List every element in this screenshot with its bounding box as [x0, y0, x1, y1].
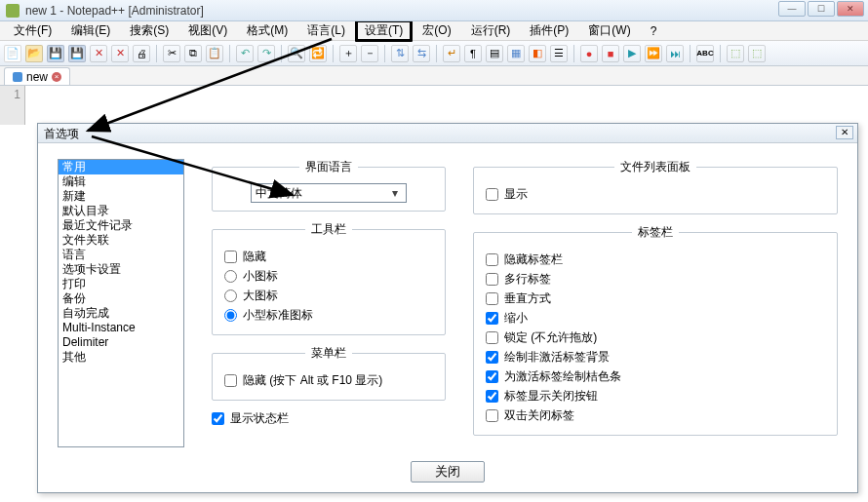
- list-item[interactable]: 自动完成: [59, 306, 183, 321]
- print-icon[interactable]: 🖨: [133, 45, 150, 62]
- menu-window[interactable]: 窗口(W): [578, 20, 640, 41]
- filelist-panel-legend: 文件列表面板: [614, 159, 696, 175]
- menu-edit[interactable]: 编辑(E): [61, 20, 120, 41]
- save-icon[interactable]: 💾: [47, 45, 64, 62]
- sync-h-icon[interactable]: ⇆: [413, 45, 430, 62]
- toolbar-hide-checkbox[interactable]: [224, 251, 237, 263]
- menu-format[interactable]: 格式(M): [237, 20, 297, 41]
- replace-icon[interactable]: 🔁: [309, 45, 327, 62]
- menu-language[interactable]: 语言(L): [297, 20, 355, 41]
- list-item[interactable]: 常用: [59, 160, 183, 174]
- toolbar-standard-radio[interactable]: [224, 309, 237, 322]
- list-item[interactable]: 新建: [59, 189, 183, 204]
- list-item[interactable]: 打印: [59, 277, 183, 291]
- list-item[interactable]: 语言: [59, 248, 183, 262]
- minimize-button[interactable]: —: [778, 1, 806, 17]
- copy-icon[interactable]: ⧉: [184, 45, 202, 62]
- window-title: new 1 - Notepad++ [Administrator]: [25, 4, 204, 18]
- wordwrap-icon[interactable]: ↵: [443, 45, 460, 62]
- tabbar-orange-bar-label: 为激活标签绘制桔色条: [504, 368, 621, 385]
- menu-view[interactable]: 视图(V): [178, 20, 237, 41]
- show-statusbar-checkbox[interactable]: [212, 412, 224, 425]
- indent-guide-icon[interactable]: ▤: [486, 45, 503, 62]
- tabbar-close-btn-checkbox[interactable]: [486, 390, 498, 403]
- ui-language-combo[interactable]: 中文简体 ▾: [251, 183, 407, 203]
- document-tabbar: new ×: [0, 66, 868, 86]
- maximize-button[interactable]: ☐: [808, 1, 835, 17]
- zoom-in-icon[interactable]: ＋: [339, 45, 357, 62]
- tabbar-inactive-bg-label: 绘制非激活标签背景: [504, 349, 610, 366]
- list-item[interactable]: 选项卡设置: [59, 262, 183, 277]
- tabbar-lock-checkbox[interactable]: [486, 331, 498, 344]
- dialog-titlebar: 首选项 ✕: [38, 124, 857, 143]
- undo-icon[interactable]: ↶: [236, 45, 254, 62]
- show-all-chars-icon[interactable]: ¶: [464, 45, 482, 62]
- record-macro-icon[interactable]: ●: [580, 45, 598, 62]
- tabbar-shrink-checkbox[interactable]: [486, 312, 498, 325]
- cut-icon[interactable]: ✂: [163, 45, 180, 62]
- menu-settings[interactable]: 设置(T): [355, 19, 413, 42]
- redo-icon[interactable]: ↷: [257, 45, 275, 62]
- show-statusbar-label: 显示状态栏: [230, 410, 289, 427]
- menu-search[interactable]: 搜索(S): [120, 20, 178, 41]
- zoom-out-icon[interactable]: －: [361, 45, 378, 62]
- toolbar-legend: 工具栏: [305, 221, 352, 238]
- list-item[interactable]: 默认目录: [59, 204, 183, 218]
- line-number-gutter: 1: [0, 86, 25, 125]
- sync-v-icon[interactable]: ⇅: [391, 45, 409, 62]
- tabbar-orange-bar-checkbox[interactable]: [486, 370, 498, 383]
- list-item[interactable]: 编辑: [59, 174, 183, 189]
- preferences-category-list[interactable]: 常用 编辑 新建 默认目录 最近文件记录 文件关联 语言 选项卡设置 打印 备份…: [58, 159, 184, 447]
- new-file-icon[interactable]: 📄: [4, 45, 21, 62]
- ui-language-value: 中文简体: [256, 185, 302, 202]
- stop-macro-icon[interactable]: ■: [602, 45, 619, 62]
- spellcheck-icon[interactable]: ABC: [696, 45, 714, 62]
- menu-help[interactable]: ?: [641, 22, 667, 40]
- func-list-icon[interactable]: ☰: [550, 45, 568, 62]
- plugin2-icon[interactable]: ⬚: [748, 45, 766, 62]
- list-item[interactable]: 最近文件记录: [59, 218, 183, 233]
- menu-file[interactable]: 文件(F): [4, 20, 61, 41]
- list-item[interactable]: Delimiter: [59, 335, 183, 350]
- save-all-icon[interactable]: 💾: [68, 45, 86, 62]
- menu-plugins[interactable]: 插件(P): [520, 20, 578, 41]
- menubar-hide-label: 隐藏 (按下 Alt 或 F10 显示): [243, 372, 382, 389]
- menu-run[interactable]: 运行(R): [461, 20, 521, 41]
- dialog-close-button[interactable]: ✕: [836, 126, 853, 139]
- tabbar-hide-checkbox[interactable]: [486, 253, 498, 266]
- save-macro-icon[interactable]: ⏭: [666, 45, 684, 62]
- close-all-icon[interactable]: ✕: [111, 45, 129, 62]
- tabbar-multiline-checkbox[interactable]: [486, 273, 498, 286]
- toolbar-group: 工具栏 隐藏 小图标 大图标 小型标准图标: [212, 221, 446, 335]
- toolbar-large-radio[interactable]: [224, 290, 237, 302]
- filelist-show-checkbox[interactable]: [486, 188, 498, 201]
- play-multi-icon[interactable]: ⏩: [645, 45, 662, 62]
- play-macro-icon[interactable]: ▶: [623, 45, 641, 62]
- list-item[interactable]: 备份: [59, 291, 183, 306]
- toolbar-standard-label: 小型标准图标: [243, 307, 313, 324]
- list-item[interactable]: 其他: [59, 350, 183, 365]
- document-tab[interactable]: new ×: [4, 67, 70, 85]
- plugin1-icon[interactable]: ⬚: [727, 45, 744, 62]
- userlang-icon[interactable]: ▦: [507, 45, 525, 62]
- chevron-down-icon: ▾: [388, 186, 402, 200]
- list-item[interactable]: 文件关联: [59, 233, 183, 248]
- close-button[interactable]: 关闭: [411, 461, 485, 483]
- find-icon[interactable]: 🔍: [288, 45, 305, 62]
- close-window-button[interactable]: ✕: [837, 1, 864, 17]
- close-file-icon[interactable]: ✕: [90, 45, 107, 62]
- toolbar-large-label: 大图标: [243, 288, 278, 304]
- menubar-hide-checkbox[interactable]: [224, 374, 237, 387]
- tabbar-vertical-checkbox[interactable]: [486, 292, 498, 305]
- open-file-icon[interactable]: 📂: [25, 45, 43, 62]
- paste-icon[interactable]: 📋: [206, 45, 223, 62]
- list-item[interactable]: Multi-Instance: [59, 321, 183, 335]
- tab-close-icon[interactable]: ×: [52, 72, 61, 82]
- tabbar-dblclick-checkbox[interactable]: [486, 409, 498, 422]
- tabbar-group: 标签栏 隐藏标签栏 多行标签 垂直方式 缩小 锁定 (不允许拖放) 绘制非激活标…: [473, 224, 838, 436]
- tab-label: new: [26, 70, 48, 84]
- toolbar-small-radio[interactable]: [224, 270, 237, 283]
- tabbar-inactive-bg-checkbox[interactable]: [486, 351, 498, 364]
- menu-macro[interactable]: 宏(O): [413, 20, 460, 41]
- doc-map-icon[interactable]: ◧: [529, 45, 546, 62]
